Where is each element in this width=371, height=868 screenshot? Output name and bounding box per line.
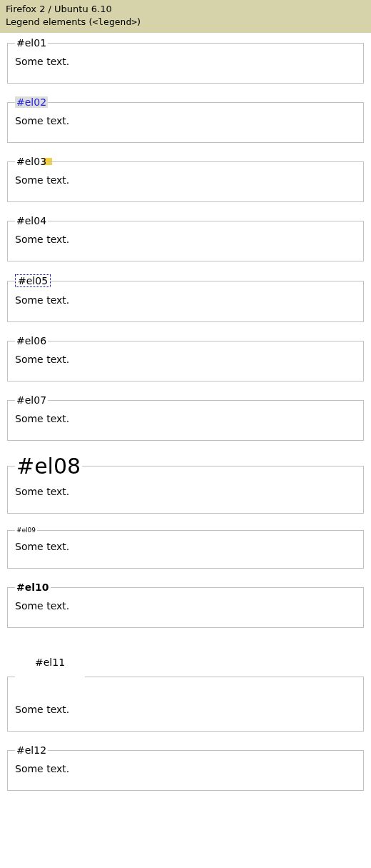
- legend-el10: #el10: [15, 582, 51, 593]
- fieldset-el03: #el03Some text.: [7, 156, 364, 202]
- header-line-1: Firefox 2 / Ubuntu 6.10: [6, 3, 365, 16]
- legend-el01: #el01: [15, 37, 48, 49]
- body-text: Some text.: [15, 541, 356, 552]
- fieldset-el12: #el12Some text.: [7, 744, 364, 791]
- body-text: Some text.: [15, 600, 356, 612]
- body-text: Some text.: [15, 486, 356, 497]
- fieldset-el05: #el05Some text.: [7, 274, 364, 322]
- fieldset-el02: #el02Some text.: [7, 96, 364, 143]
- page-header: Firefox 2 / Ubuntu 6.10 Legend elements …: [0, 0, 371, 33]
- header-line-2-mono: <legend>: [92, 16, 137, 27]
- header-line-2-suffix: ): [137, 16, 141, 27]
- fieldset-el08: #el08Some text.: [7, 454, 364, 514]
- body-text: Some text.: [15, 56, 356, 67]
- body-text: Some text.: [15, 174, 356, 186]
- fieldset-el01: #el01Some text.: [7, 37, 364, 84]
- body-text: Some text.: [15, 413, 356, 424]
- body-text: Some text.: [15, 763, 356, 774]
- body-text: Some text.: [15, 704, 356, 715]
- legend-el05: #el05: [15, 274, 51, 287]
- body-text: Some text.: [15, 234, 356, 245]
- header-line-2: Legend elements (<legend>): [6, 16, 365, 29]
- legend-el06: #el06: [15, 335, 48, 346]
- legend-el12: #el12: [15, 744, 48, 756]
- fieldset-el11: #el11Some text.: [7, 657, 364, 732]
- legend-el08: #el08: [15, 454, 82, 479]
- legend-el03: #el03: [15, 156, 48, 167]
- legend-el04: #el04: [15, 215, 48, 226]
- fieldset-el06: #el06Some text.: [7, 335, 364, 381]
- body-text: Some text.: [15, 354, 356, 365]
- legend-el07: #el07: [15, 394, 48, 406]
- legend-el02: #el02: [15, 96, 48, 108]
- examples-container: #el01Some text.#el02Some text.#el03Some …: [0, 33, 371, 791]
- fieldset-el09: #el09Some text.: [7, 527, 364, 569]
- legend-el11: #el11: [15, 657, 85, 697]
- fieldset-el10: #el10Some text.: [7, 582, 364, 628]
- header-line-2-prefix: Legend elements (: [6, 16, 92, 27]
- legend-el09: #el09: [15, 527, 37, 534]
- fieldset-el04: #el04Some text.: [7, 215, 364, 261]
- body-text: Some text.: [15, 294, 356, 306]
- fieldset-el07: #el07Some text.: [7, 394, 364, 441]
- body-text: Some text.: [15, 115, 356, 126]
